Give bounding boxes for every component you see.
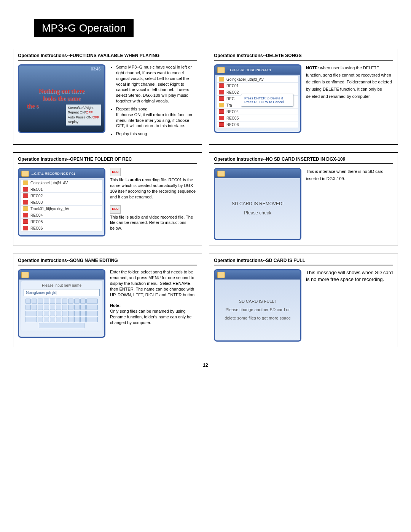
page-number: 12: [11, 363, 400, 368]
panel6-text: This message will shows when SD card is …: [306, 269, 393, 283]
sd-full-description: This message will shows when SD card is …: [306, 269, 393, 283]
bullet-replay: Replay this song: [116, 131, 197, 137]
file-row: REC06: [217, 121, 298, 128]
confirm-dialog: Press ENTER to Delete it Press RETURN to…: [241, 94, 293, 107]
rename-instructions: Enter the folder, select song that needs…: [110, 269, 197, 297]
menu-item-repeat: Repeat ON/OFF: [68, 110, 99, 115]
folder-title: ...GITAL-RECORDINGS-P01: [31, 172, 75, 176]
panel1-text: Some MP3+G music have vocal in left or r…: [110, 64, 197, 139]
menu-item-stereo: Stereo/Left/Right: [68, 105, 99, 110]
menu-item-autopause: Auto Pause ON/OFF: [68, 115, 99, 120]
no-sd-description: This is interface when there is no SD ca…: [306, 168, 393, 182]
rename-prompt: Please input new name: [24, 283, 100, 288]
panel1-title: Operation Instructions--FUNCTIONS AVAILA…: [18, 53, 197, 61]
lyric-line-3: the s: [27, 102, 39, 110]
screenshot-rec-folder: ...GITAL-RECORDINGS-P01 Goingkaoei jutnj…: [18, 168, 105, 236]
panel5-text: Enter the folder, select song that needs…: [110, 269, 197, 326]
page-title: MP3+G Operation: [34, 19, 134, 37]
panel-open-rec-folder: Operation Instructions--OPEN THE FOLDER …: [13, 152, 202, 246]
timecode: 03:46: [91, 67, 100, 71]
title-prefix: MP3: [42, 22, 64, 34]
panel5-title: Operation Instructions--SONG NAME EDITIN…: [18, 258, 197, 265]
file-row: REC03: [21, 199, 102, 206]
onscreen-keyboard[interactable]: [24, 299, 100, 328]
panel-no-sd-card: Operation Instructions--NO SD CARD INSER…: [209, 152, 398, 246]
file-row: REC01: [21, 186, 102, 193]
lyric-line-1: Nothing out there: [39, 88, 85, 95]
note-label: Note:: [110, 303, 121, 308]
folder-icon: [217, 171, 225, 177]
folder-icon: [217, 272, 225, 278]
folder-title: ...GITAL-RECORDINGS-P01: [227, 68, 271, 72]
para-audio-file: This file is audio recording file. REC01…: [110, 177, 197, 200]
panel2-text: NOTE: when user is using the DELETE func…: [306, 64, 393, 100]
file-row: Goingkaoei jutnjfd_AV: [21, 180, 102, 186]
screenshot-playing: 03:46 Nothing out there looks the same t…: [18, 64, 105, 133]
panel4-text: This is interface when there is no SD ca…: [306, 168, 393, 182]
para-av-file: This file is audio and video recorded fi…: [110, 214, 197, 232]
panel2-title: Operation Instructions--DELETE SONGS: [214, 53, 393, 61]
folder-icon: [21, 171, 29, 177]
panel-functions-playing: Operation Instructions--FUNCTIONS AVAILA…: [13, 49, 202, 145]
file-row: REC02: [21, 193, 102, 199]
panel-song-name-editing: Operation Instructions--SONG NAME EDITIN…: [13, 254, 202, 347]
menu-item-replay: Replay: [68, 120, 99, 125]
file-row: REC05: [21, 219, 102, 225]
panel6-title: Operation Instructions--SD CARD IS FULL: [214, 258, 393, 265]
panel-delete-songs: Operation Instructions--DELETE SONGS ...…: [209, 49, 398, 145]
dialog-line-2: Press RETURN to Cancel: [244, 100, 290, 104]
screenshot-rename: Please input new name Goingkaoei jutnjfd…: [18, 269, 105, 338]
file-row: REC04: [21, 212, 102, 219]
panel4-title: Operation Instructions--NO SD CARD INSER…: [214, 157, 393, 164]
screenshot-sd-full: SD CARD IS FULL ! Please change another …: [214, 269, 301, 342]
note-label: NOTE:: [306, 66, 319, 70]
panel-sd-card-full: Operation Instructions--SD CARD IS FULL …: [209, 254, 398, 347]
bullet-vocal-channel: Some MP3+G music have vocal in left or r…: [116, 64, 197, 104]
file-row: REC01: [217, 83, 298, 89]
panel3-text: REC This file is audio recording file. R…: [110, 168, 197, 231]
msg-delete-files: delete some files to get more space: [225, 316, 291, 320]
file-list-rec: Goingkaoei jutnjfd_AV REC01 REC02 REC03 …: [21, 180, 102, 232]
rec-audio-icon: REC: [110, 168, 121, 176]
file-row: REC04: [217, 109, 298, 115]
playback-menu: Stereo/Left/Right Repeat ON/OFF Auto Pau…: [66, 104, 101, 126]
file-row: REC05: [217, 115, 298, 121]
panel-grid: Operation Instructions--FUNCTIONS AVAILA…: [13, 49, 398, 347]
folder-icon: [21, 272, 29, 278]
rec-av-icon: REC: [110, 205, 121, 214]
folder-icon: [217, 67, 225, 73]
screenshot-no-sd: SD CARD IS REMOVED! Please check: [214, 168, 301, 240]
msg-please-check: Please check: [244, 210, 271, 216]
panel3-title: Operation Instructions--OPEN THE FOLDER …: [18, 157, 197, 164]
file-row: REC06: [21, 225, 102, 232]
rename-input[interactable]: Goingkaoei jutnjfd|: [24, 289, 100, 296]
screenshot-delete: ...GITAL-RECORDINGS-P01 Goingkaoei jutnj…: [214, 64, 301, 133]
msg-sd-full: SD CARD IS FULL !: [239, 299, 277, 304]
lyric-line-2: looks the same: [43, 95, 81, 102]
title-plus: +: [64, 25, 68, 32]
msg-change-sd: Please change another SD card or: [226, 307, 290, 312]
rename-note: Only song files can be renamed by using …: [110, 308, 197, 326]
file-row: Track01_ltfjhyu dry_AV: [21, 206, 102, 212]
title-suffix: G Operation: [68, 22, 126, 34]
file-row: Goingkaoei jutnjfd_AV: [217, 76, 298, 83]
dialog-line-1: Press ENTER to Delete it: [244, 96, 290, 100]
msg-sd-removed: SD CARD IS REMOVED!: [232, 201, 284, 206]
bullet-repeat: Repeat this song If choose ON, it will r…: [116, 106, 197, 129]
note-text: when user is using the DELETE function, …: [306, 66, 392, 99]
